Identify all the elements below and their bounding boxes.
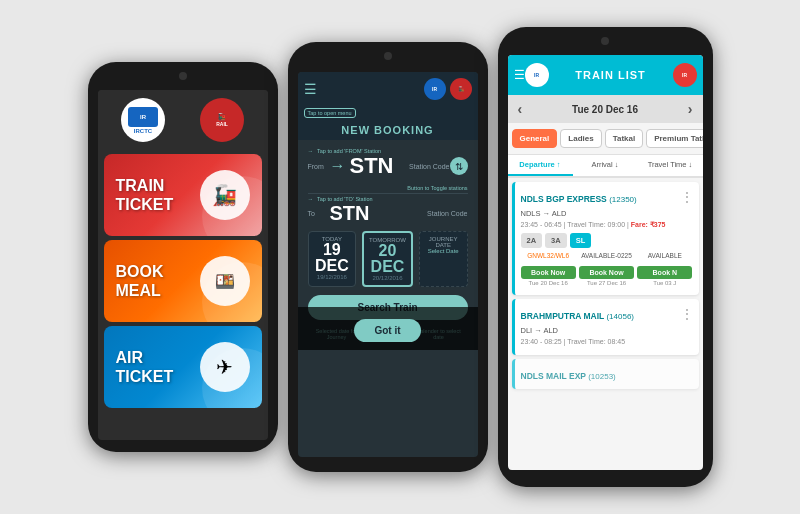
journey-select: Select Date (424, 248, 463, 254)
booking-logos: IR 🚂 (424, 78, 472, 100)
from-arrow: → (330, 157, 346, 175)
phone2-screen: ☰ IR 🚂 Tap to open menu NEW BOOKING → Ta… (298, 72, 478, 457)
trainlist-title: TRAIN LIST (549, 69, 673, 81)
from-label: From (308, 163, 330, 170)
train1-class-tabs: 2A 3A SL (521, 233, 693, 248)
arrow-annot-from: → (308, 148, 314, 154)
to-station-input[interactable]: STN (330, 203, 428, 223)
booking-col-1: GNWL32/WL6 Book Now Tue 20 Dec 16 (521, 252, 576, 286)
phone1-screen: IR IRCTC 🚂 RAIL TRAIN TICKET (98, 90, 268, 440)
phone1-header: IR IRCTC 🚂 RAIL (98, 90, 268, 150)
from-code-label: Station Code (409, 163, 449, 170)
trainlist-menu-icon[interactable]: ☰ (514, 68, 525, 82)
filter-ladies[interactable]: Ladies (560, 129, 601, 148)
class-sl[interactable]: SL (570, 233, 592, 248)
tomorrow-date-box[interactable]: TOMORROW 20 DEC 20/12/2016 (362, 231, 413, 287)
train1-fare: Fare: ₹375 (631, 221, 666, 228)
rail-logo: 🚂 RAIL (200, 98, 244, 142)
class-2a[interactable]: 2A (521, 233, 543, 248)
filter-general[interactable]: General (512, 129, 558, 148)
sort-tabs: Departure ↑ Arrival ↓ Travel Time ↓ (508, 155, 703, 178)
book-btn-1[interactable]: Book Now (521, 266, 576, 279)
got-it-btn[interactable]: Got it (354, 319, 420, 342)
rail-logo-sub: RAIL (216, 121, 228, 127)
booking-menu-icon[interactable]: ☰ (304, 81, 317, 97)
train1-route: NDLS → ALD (521, 209, 693, 218)
to-code-label: Station Code (427, 210, 467, 217)
tomorrow-date: 20 DEC (368, 243, 407, 275)
arrow-annot-to: → (308, 196, 314, 202)
toggle-stations-btn[interactable]: ⇅ (450, 157, 468, 175)
air-ticket-icon: ✈ (200, 342, 250, 392)
train1-name: NDLS BGP EXPRESS (521, 194, 610, 204)
booking-irctc-logo: IR (424, 78, 446, 100)
sort-departure[interactable]: Departure ↑ (508, 155, 573, 176)
train2-number: (14056) (606, 312, 634, 321)
trainlist-header: ☰ IR TRAIN LIST IR (508, 55, 703, 95)
train2-name: BRAHMPUTRA MAIL (521, 311, 607, 321)
train1-number: (12350) (609, 195, 637, 204)
irctc-logo: IR IRCTC (121, 98, 165, 142)
booking-col-2: AVAILABLE-0225 Book Now Tue 27 Dec 16 (579, 252, 634, 286)
from-station-input[interactable]: STN (350, 155, 410, 177)
trainlist-logo: IR (525, 63, 549, 87)
book-date-3: Tue 03 J (637, 280, 692, 286)
train1-more-icon[interactable]: ⋮ (681, 190, 693, 204)
train-card-1: NDLS BGP EXPRESS (12350) ⋮ NDLS → ALD 23… (512, 182, 699, 295)
book-btn-3[interactable]: Book N (637, 266, 692, 279)
phone2: ☰ IR 🚂 Tap to open menu NEW BOOKING → Ta… (288, 42, 488, 472)
train2-timing: 23:40 - 08:25 | Travel Time: 08:45 (521, 338, 693, 345)
today-date-box[interactable]: TODAY 19 DEC 19/12/2016 (308, 231, 357, 287)
train-card-3: NDLS MAIL EXP (10253) (512, 359, 699, 389)
screenshot-container: IR IRCTC 🚂 RAIL TRAIN TICKET (78, 17, 723, 497)
phone3: ☰ IR TRAIN LIST IR ‹ Tue 20 Dec 16 › Gen… (498, 27, 713, 487)
filter-premium[interactable]: Premium Tatk (646, 129, 702, 148)
journey-label: JOURNEY DATE (424, 236, 463, 248)
train-ticket-label: TRAIN TICKET (116, 176, 174, 214)
irctc-logo-inner: IR (128, 107, 158, 127)
class-3a[interactable]: 3A (545, 233, 567, 248)
new-booking-title: NEW BOOKING (298, 120, 478, 140)
book-btn-2[interactable]: Book Now (579, 266, 634, 279)
filter-tabs: General Ladies Tatkal Premium Tatk (508, 123, 703, 155)
filter-tatkal[interactable]: Tatkal (605, 129, 644, 148)
train-ticket-card[interactable]: TRAIN TICKET 🚂 (104, 154, 262, 236)
got-it-overlay: Got it (298, 307, 478, 350)
train3-number: (10253) (588, 372, 616, 381)
sort-arrival[interactable]: Arrival ↓ (573, 155, 638, 176)
to-label: To (308, 210, 330, 217)
air-ticket-label: AIR TICKET (116, 348, 174, 386)
avail-status-2: AVAILABLE-0225 (579, 252, 634, 259)
next-date-btn[interactable]: › (688, 101, 693, 117)
tap-menu-annotation: Tap to open menu (298, 106, 478, 120)
rail-logo-text: 🚂 (216, 113, 228, 121)
air-ticket-card[interactable]: AIR TICKET ✈ (104, 326, 262, 408)
today-date: 19 DEC (313, 242, 352, 274)
meal-ticket-card[interactable]: BOOK MEAL 🍱 (104, 240, 262, 322)
sort-travel-time[interactable]: Travel Time ↓ (638, 155, 703, 176)
dates-row: TODAY 19 DEC 19/12/2016 TOMORROW 20 DEC … (308, 231, 468, 287)
train3-header: NDLS MAIL EXP (10253) (521, 365, 693, 383)
train1-header: NDLS BGP EXPRESS (12350) ⋮ (521, 188, 693, 206)
from-station-row: From → STN Station Code ⇅ (308, 155, 468, 177)
booking-rail-logo: 🚂 (450, 78, 472, 100)
tomorrow-year: 20/12/2016 (368, 275, 407, 281)
train3-name: NDLS MAIL EXP (521, 371, 589, 381)
date-nav: ‹ Tue 20 Dec 16 › (508, 95, 703, 123)
trainlist-avatar: IR (673, 63, 697, 87)
phone3-screen: ☰ IR TRAIN LIST IR ‹ Tue 20 Dec 16 › Gen… (508, 55, 703, 470)
booking-col-3: AVAILABLE Book N Tue 03 J (637, 252, 692, 286)
journey-date-box[interactable]: JOURNEY DATE Select Date (419, 231, 468, 287)
today-year: 19/12/2016 (313, 274, 352, 280)
to-stn-text: STN (330, 203, 370, 223)
train1-timing: 23:45 - 06:45 | Travel Time: 09:00 | Far… (521, 221, 693, 229)
avail-status-3: AVAILABLE (637, 252, 692, 259)
train2-header: BRAHMPUTRA MAIL (14056) ⋮ (521, 305, 693, 323)
tap-menu-label: Tap to open menu (304, 108, 356, 118)
train2-more-icon[interactable]: ⋮ (681, 307, 693, 321)
prev-date-btn[interactable]: ‹ (518, 101, 523, 117)
book-date-2: Tue 27 Dec 16 (579, 280, 634, 286)
train2-route: DLI → ALD (521, 326, 693, 335)
train-ticket-icon: 🚂 (200, 170, 250, 220)
current-date: Tue 20 Dec 16 (572, 104, 638, 115)
